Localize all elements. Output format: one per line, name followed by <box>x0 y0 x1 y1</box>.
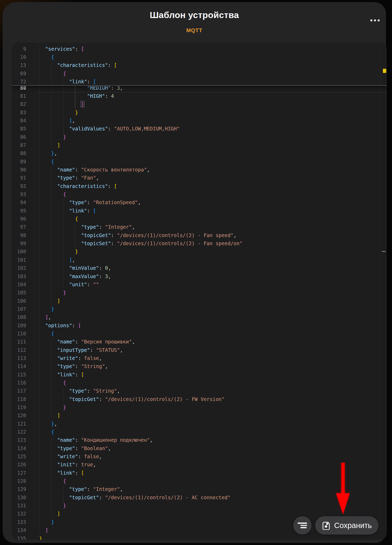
line-number: 107 <box>12 305 26 313</box>
line-number: 114 <box>12 362 26 370</box>
line-number: 118 <box>12 395 26 403</box>
code-line-125: 125 "write": false, <box>12 452 381 461</box>
line-number: 100 <box>12 248 26 256</box>
code-line-133: 133 } <box>12 518 381 526</box>
code-line-103: 103 "maxValue": 3, <box>12 272 381 280</box>
code-line-129: 129 "type": "Integer", <box>12 485 381 493</box>
ellipsis-icon <box>374 19 376 21</box>
line-number: 102 <box>12 264 26 272</box>
line-number: 83 <box>12 108 26 117</box>
code-line-132: 132 ] <box>12 510 381 518</box>
line-number: 88 <box>12 149 26 157</box>
line-number: 123 <box>12 436 26 444</box>
code-content: 80 "MEDIUM": 3,81 "HIGH": 482 }83 }84 ],… <box>12 84 381 540</box>
code-line-116: 116 { <box>12 379 381 387</box>
code-line-10: 10 { <box>12 53 387 61</box>
code-line-107: 107 } <box>12 305 381 313</box>
code-line-69: 69 { <box>12 70 387 78</box>
code-line-100: 100 } <box>12 248 381 256</box>
code-line-111: 111 "name": "Версия прошивки", <box>12 338 381 346</box>
line-number: 93 <box>12 190 26 198</box>
code-line-109: 109 "options": [ <box>12 322 381 330</box>
code-line-122: 122 { <box>12 428 381 436</box>
overview-ruler[interactable] <box>380 43 387 540</box>
code-line-131: 131 } <box>12 502 381 510</box>
line-number: 113 <box>12 354 26 362</box>
line-number: 122 <box>12 428 26 436</box>
code-line-115: 115 "link": [ <box>12 371 381 379</box>
code-line-112: 112 "inputType": "STATUS", <box>12 346 381 354</box>
line-number: 86 <box>12 133 26 141</box>
overflow-menu-button[interactable] <box>368 16 382 25</box>
code-line-13: 13 "characteristics": [ <box>12 61 387 69</box>
line-number: 108 <box>12 313 26 321</box>
code-line-110: 110 { <box>12 330 381 338</box>
code-line-97: 97 "type": "Integer", <box>12 223 381 231</box>
code-line-134: 134 ] <box>12 526 381 534</box>
code-line-83: 83 } <box>12 108 381 117</box>
line-number: 120 <box>12 411 26 420</box>
line-number: 110 <box>12 330 26 338</box>
line-number: 103 <box>12 272 26 280</box>
line-number: 116 <box>12 379 26 387</box>
code-line-104: 104 "unit": "" <box>12 280 381 289</box>
scrollbar-thumb[interactable] <box>382 251 386 252</box>
code-line-113: 113 "write": false, <box>12 354 381 362</box>
line-number: 111 <box>12 338 26 346</box>
json-code-editor[interactable]: 80 "MEDIUM": 3,81 "HIGH": 482 }83 }84 ],… <box>12 43 387 540</box>
line-number: 135 <box>12 535 26 540</box>
code-line-81: 81 "HIGH": 4 <box>12 92 381 100</box>
code-line-114: 114 "type": "String", <box>12 362 381 370</box>
code-line-9: 9 "services": [ <box>12 45 387 53</box>
overview-ruler-warning-marker <box>383 69 386 73</box>
line-number: 105 <box>12 289 26 297</box>
line-number: 115 <box>12 371 26 379</box>
code-line-88: 88 }, <box>12 149 381 157</box>
line-number: 133 <box>12 518 26 526</box>
line-number: 91 <box>12 174 26 182</box>
line-number: 85 <box>12 125 26 133</box>
line-number: 69 <box>12 70 26 78</box>
line-number: 126 <box>12 461 26 469</box>
code-line-120: 120 ] <box>12 411 381 420</box>
line-number: 106 <box>12 297 26 305</box>
code-line-117: 117 "type": "String", <box>12 387 381 395</box>
line-number: 119 <box>12 403 26 411</box>
code-line-95: 95 "link": [ <box>12 207 381 215</box>
code-line-99: 99 "topicSet": "/devices/(1)/controls/(2… <box>12 239 381 248</box>
line-number: 101 <box>12 256 26 264</box>
code-line-96: 96 { <box>12 215 381 223</box>
line-number: 72 <box>12 78 26 86</box>
line-number: 94 <box>12 198 26 206</box>
code-line-130: 130 "topicGet": "/devices/(1)/controls/(… <box>12 494 381 502</box>
line-number: 117 <box>12 387 26 395</box>
ellipsis-icon <box>370 19 372 21</box>
code-line-85: 85 "validValues": "AUTO,LOW,MEDIUM,HIGH" <box>12 125 381 133</box>
line-number: 96 <box>12 215 26 223</box>
code-line-87: 87 ] <box>12 141 381 149</box>
code-line-105: 105 } <box>12 289 381 297</box>
page-title: Шаблон устройства <box>3 10 386 20</box>
line-number: 104 <box>12 280 26 289</box>
code-line-90: 90 "name": "Скорость вентилятора", <box>12 166 381 174</box>
code-line-124: 124 "type": "Boolean", <box>12 444 381 452</box>
code-line-94: 94 "type": "RotationSpeed", <box>12 198 381 206</box>
line-number: 99 <box>12 239 26 248</box>
line-number: 134 <box>12 526 26 534</box>
line-number: 109 <box>12 322 26 330</box>
line-number: 132 <box>12 510 26 518</box>
line-number: 128 <box>12 477 26 485</box>
code-line-93: 93 { <box>12 190 381 198</box>
line-number: 95 <box>12 207 26 215</box>
page-subtitle: MQTT <box>3 27 386 33</box>
code-line-126: 126 "init": true, <box>12 461 381 469</box>
line-number: 127 <box>12 469 26 477</box>
line-number: 90 <box>12 166 26 174</box>
code-line-98: 98 "topicGet": "/devices/(1)/controls/(2… <box>12 231 381 239</box>
code-line-135: 135} <box>12 535 381 540</box>
line-number: 121 <box>12 420 26 428</box>
line-number: 89 <box>12 158 26 166</box>
line-number: 125 <box>12 452 26 461</box>
code-line-127: 127 "link": [ <box>12 469 381 477</box>
sticky-scroll-header: 9 "services": [10 {13 "characteristics":… <box>12 43 387 86</box>
